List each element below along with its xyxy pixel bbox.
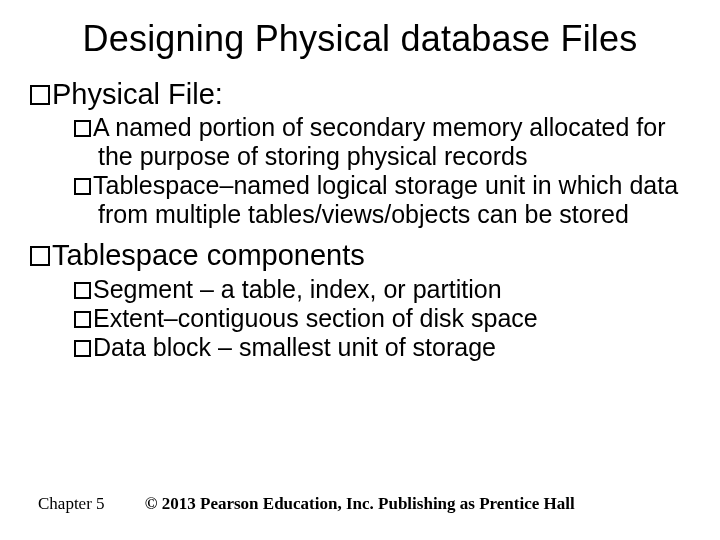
- section-heading-physical-file: Physical File:: [30, 78, 690, 111]
- sub-item-text: Extent–contiguous section of disk space: [93, 304, 538, 332]
- square-bullet-icon: [74, 282, 91, 299]
- section-heading-text: Tablespace components: [52, 239, 365, 271]
- sub-item: Segment – a table, index, or partition: [74, 275, 690, 304]
- square-bullet-icon: [74, 120, 91, 137]
- sub-item-text: A named portion of secondary memory allo…: [93, 113, 666, 170]
- square-bullet-icon: [30, 246, 50, 266]
- sub-item-text: Tablespace–named logical storage unit in…: [93, 171, 678, 228]
- section-heading-text: Physical File:: [52, 78, 223, 110]
- sub-list: A named portion of secondary memory allo…: [30, 113, 690, 229]
- sub-item: Data block – smallest unit of storage: [74, 333, 690, 362]
- sub-item: A named portion of secondary memory allo…: [74, 113, 690, 171]
- sub-item: Tablespace–named logical storage unit in…: [74, 171, 690, 229]
- sub-item-text: Data block – smallest unit of storage: [93, 333, 496, 361]
- slide-footer: Chapter 5 © 2013 Pearson Education, Inc.…: [38, 494, 690, 514]
- sub-item: Extent–contiguous section of disk space: [74, 304, 690, 333]
- square-bullet-icon: [30, 85, 50, 105]
- square-bullet-icon: [74, 178, 91, 195]
- footer-chapter: Chapter 5: [38, 494, 105, 514]
- section-heading-tablespace-components: Tablespace components: [30, 239, 690, 272]
- footer-copyright: © 2013 Pearson Education, Inc. Publishin…: [145, 494, 575, 513]
- square-bullet-icon: [74, 340, 91, 357]
- slide: Designing Physical database Files Physic…: [0, 0, 720, 540]
- sub-list: Segment – a table, index, or partition E…: [30, 275, 690, 362]
- sub-item-text: Segment – a table, index, or partition: [93, 275, 502, 303]
- slide-title: Designing Physical database Files: [30, 18, 690, 60]
- square-bullet-icon: [74, 311, 91, 328]
